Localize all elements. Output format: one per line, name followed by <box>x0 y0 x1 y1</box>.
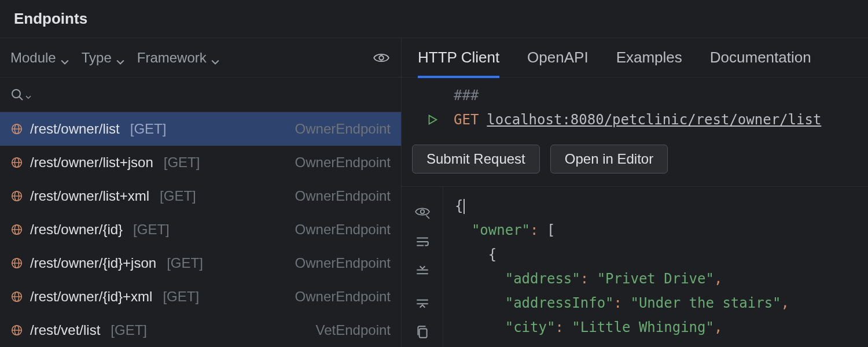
right-panel: HTTP ClientOpenAPIExamplesDocumentation … <box>402 38 868 347</box>
tab-openapi[interactable]: OpenAPI <box>527 38 589 77</box>
visibility-button[interactable] <box>372 49 391 67</box>
tab-http-client[interactable]: HTTP Client <box>418 38 499 77</box>
filter-label: Framework <box>137 50 207 66</box>
endpoint-class: OwnerEndpoint <box>295 255 391 271</box>
endpoint-class: OwnerEndpoint <box>295 222 391 238</box>
endpoint-path: /rest/owner/list <box>30 121 120 137</box>
endpoint-icon <box>10 223 23 236</box>
search-icon <box>10 88 24 102</box>
endpoint-icon <box>10 156 23 169</box>
endpoint-list: /rest/owner/list [GET] OwnerEndpoint /re… <box>0 112 401 347</box>
endpoint-path: /rest/vet/list <box>30 322 100 338</box>
endpoint-method: [GET] <box>111 322 147 338</box>
endpoint-row[interactable]: /rest/vet/list [GET] VetEndpoint <box>0 313 401 347</box>
search-row[interactable] <box>0 77 401 112</box>
endpoint-row[interactable]: /rest/owner/{id}+xml [GET] OwnerEndpoint <box>0 280 401 313</box>
endpoint-icon <box>10 290 23 303</box>
request-separator-line: ### <box>402 83 868 108</box>
endpoint-method: [GET] <box>163 289 199 305</box>
tab-examples[interactable]: Examples <box>616 38 682 77</box>
http-url: localhost:8080/petclinic/rest/owner/list <box>487 112 821 128</box>
response-gutter <box>402 187 443 347</box>
endpoint-icon <box>10 190 23 202</box>
http-method: GET <box>454 112 479 128</box>
filter-label: Module <box>10 50 56 66</box>
filter-framework[interactable]: Framework <box>137 50 219 66</box>
filter-type[interactable]: Type <box>82 50 124 66</box>
endpoint-method: [GET] <box>167 255 203 271</box>
endpoint-row[interactable]: /rest/owner/{id}+json [GET] OwnerEndpoin… <box>0 246 401 280</box>
svg-point-0 <box>379 56 383 60</box>
endpoint-row[interactable]: /rest/owner/{id} [GET] OwnerEndpoint <box>0 213 401 246</box>
chevron-down-icon <box>211 54 219 62</box>
svg-line-2 <box>19 97 23 100</box>
endpoint-icon <box>10 324 23 337</box>
filters-row: Module Type Framework <box>0 38 401 77</box>
endpoint-class: OwnerEndpoint <box>295 154 391 171</box>
tabs-row: HTTP ClientOpenAPIExamplesDocumentation <box>402 38 868 77</box>
svg-line-25 <box>426 216 429 219</box>
tab-documentation[interactable]: Documentation <box>710 38 811 77</box>
endpoint-icon <box>10 123 23 135</box>
request-area: ### GET localhost:8080/petclinic/rest/ow… <box>402 77 868 132</box>
endpoint-path: /rest/owner/{id} <box>30 222 123 238</box>
run-request-icon[interactable] <box>426 113 454 126</box>
endpoint-path: /rest/owner/{id}+json <box>30 255 156 271</box>
endpoint-path: /rest/owner/list+json <box>30 154 153 171</box>
endpoint-row[interactable]: /rest/owner/list [GET] OwnerEndpoint <box>0 112 401 146</box>
svg-point-1 <box>12 90 20 98</box>
copy-icon[interactable] <box>415 324 430 339</box>
chevron-down-icon <box>25 92 31 98</box>
endpoint-class: OwnerEndpoint <box>295 188 391 204</box>
submit-request-button[interactable]: Submit Request <box>412 145 540 174</box>
request-line[interactable]: GET localhost:8080/petclinic/rest/owner/… <box>402 108 868 132</box>
endpoint-path: /rest/owner/{id}+xml <box>30 289 152 305</box>
chevron-down-icon <box>116 54 124 62</box>
endpoint-path: /rest/owner/list+xml <box>30 188 149 204</box>
endpoint-method: [GET] <box>133 222 170 238</box>
endpoint-row[interactable]: /rest/owner/list+xml [GET] OwnerEndpoint <box>0 179 401 213</box>
preview-icon[interactable] <box>415 204 430 219</box>
filter-label: Type <box>82 50 112 66</box>
separator-text: ### <box>426 87 479 104</box>
expand-all-icon[interactable] <box>415 294 430 309</box>
endpoint-method: [GET] <box>130 121 167 137</box>
action-row: Submit Request Open in Editor <box>402 132 868 186</box>
main-split: Module Type Framework <box>0 38 868 347</box>
soft-wrap-icon[interactable] <box>415 234 430 249</box>
filter-module[interactable]: Module <box>10 50 69 66</box>
endpoint-class: VetEndpoint <box>316 322 391 338</box>
left-panel: Module Type Framework <box>0 38 402 347</box>
endpoint-method: [GET] <box>164 154 200 171</box>
response-area: { "owner": [ { "address": "Privet Drive"… <box>402 186 868 347</box>
svg-point-24 <box>420 210 424 214</box>
endpoint-class: OwnerEndpoint <box>295 289 391 305</box>
endpoint-class: OwnerEndpoint <box>295 121 391 137</box>
open-in-editor-button[interactable]: Open in Editor <box>550 145 668 174</box>
endpoint-method: [GET] <box>160 188 196 204</box>
chevron-down-icon <box>61 54 69 62</box>
svg-rect-33 <box>419 329 426 338</box>
response-body[interactable]: { "owner": [ { "address": "Privet Drive"… <box>443 187 868 347</box>
page-title: Endpoints <box>14 10 87 28</box>
endpoint-row[interactable]: /rest/owner/list+json [GET] OwnerEndpoin… <box>0 146 401 179</box>
title-bar: Endpoints <box>0 0 868 38</box>
collapse-all-icon[interactable] <box>415 264 430 279</box>
endpoint-icon <box>10 257 23 270</box>
